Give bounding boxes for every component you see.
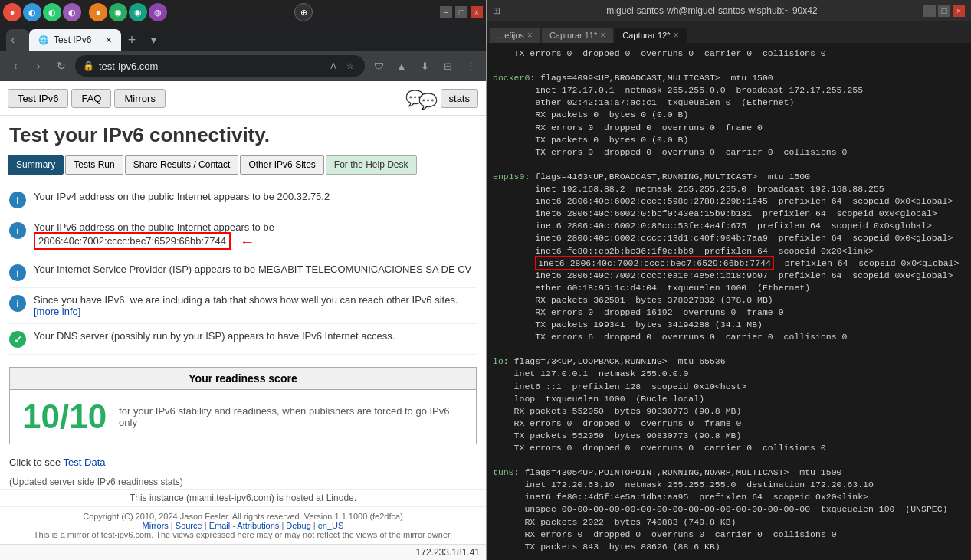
email-link[interactable]: Email [209, 521, 231, 530]
minimize-button[interactable]: − [440, 6, 452, 18]
info-icon-5: ✓ [9, 331, 26, 348]
taskbar-icon-gh[interactable]: ⊕ [294, 3, 313, 21]
reload-button[interactable]: ↻ [52, 57, 71, 75]
info-text-isp: Your Internet Service Provider (ISP) app… [34, 264, 471, 275]
translate-icon[interactable]: A [326, 59, 340, 73]
copyright-links: Mirrors | Source | Email - Attributions … [9, 521, 477, 530]
terminal-tab-capture11[interactable]: Capturar 11* × [542, 28, 613, 43]
readiness-header: Your readiness score [10, 368, 476, 390]
test-data-link[interactable]: Test Data [64, 457, 106, 468]
taskbar-icon-6[interactable]: ◉ [109, 3, 127, 21]
tab-summary[interactable]: Summary [8, 155, 64, 175]
terminal-window-controls: − □ × [923, 5, 965, 17]
taskbar-icon-4[interactable]: ◐ [63, 3, 81, 21]
terminal-titlebar: ⊞ miguel-santos-wh@miguel-santos-wisphub… [487, 0, 971, 21]
tab-grid-icon[interactable]: ⊞ [438, 57, 457, 75]
back-button[interactable]: ‹ [6, 57, 25, 75]
taskbar: ● ◐ ◐ ◐ ● ◉ ◉ ◍ ⊕ − □ × [0, 0, 486, 25]
debug-link[interactable]: Debug [286, 521, 310, 530]
nav-faq[interactable]: FAQ [71, 89, 111, 108]
info-section: i Your IPv4 address on the public Intern… [0, 178, 486, 361]
nav-mirrors[interactable]: Mirrors [114, 89, 165, 108]
terminal-maximize-button[interactable]: □ [938, 5, 950, 17]
taskbar-icon-2[interactable]: ◐ [23, 3, 41, 21]
attributions-link[interactable]: Attributions [237, 521, 279, 530]
copyright-text: Copyright (C) 2010, 2024 Jason Fesler. A… [9, 512, 477, 521]
tab-close-icon[interactable]: × [106, 34, 112, 46]
info-icon-3: i [9, 264, 26, 281]
url-display: test-ipv6.com [99, 61, 158, 72]
terminal-grid-icon: ⊞ [493, 5, 500, 16]
info-text-ipv6: Your IPv6 address on the public Internet… [34, 221, 274, 251]
stats-button[interactable]: stats [441, 89, 478, 108]
info-text-more: Since you have IPv6, we are including a … [34, 294, 477, 317]
extension-icon-2[interactable]: ▲ [392, 57, 411, 75]
terminal-panel: ⊞ miguel-santos-wh@miguel-santos-wisphub… [487, 0, 971, 560]
terminal-tabs: ...efijos × Capturar 11* × Capturar 12* … [487, 21, 971, 43]
readiness-section: Your readiness score 10/10 for your IPv6… [9, 367, 477, 444]
ipv6-address-highlight: 2806:40c:7002:cccc:bec7:6529:66bb:7744 [34, 232, 231, 250]
address-box[interactable]: 🔒 test-ipv6.com A ☆ [75, 55, 365, 77]
new-tab-button[interactable]: + [121, 29, 143, 51]
info-row-more: i Since you have IPv6, we are including … [9, 288, 477, 324]
terminal-tab-label-1: ...efijos [497, 31, 524, 40]
terminal-close-button[interactable]: × [953, 5, 965, 17]
bookmark-icon[interactable]: ☆ [343, 59, 357, 73]
taskbar-icon-8[interactable]: ◍ [149, 3, 167, 21]
nav-test-ipv6[interactable]: Test IPv6 [8, 89, 68, 108]
chat-icon[interactable]: 💬 💬 [405, 86, 438, 110]
info-row-dns: ✓ Your DNS server (possibly run by your … [9, 324, 477, 355]
ip-status-bar: 172.233.181.41 [0, 544, 486, 560]
info-text-ipv4: Your IPv4 address on the public Internet… [34, 191, 330, 202]
page-heading: Test your IPv6 connectivity. [0, 116, 486, 152]
extension-icon-1[interactable]: 🛡 [369, 57, 388, 75]
source-link[interactable]: Source [176, 521, 202, 530]
terminal-tab-close-1[interactable]: × [527, 30, 533, 41]
terminal-minimize-button[interactable]: − [923, 5, 936, 17]
taskbar-icon-1[interactable]: ● [3, 3, 21, 21]
terminal-title: miguel-santos-wh@miguel-santos-wisphub:~… [500, 5, 923, 16]
red-arrow-icon: ← [240, 233, 255, 251]
info-icon-2: i [9, 222, 26, 239]
maximize-button[interactable]: □ [455, 6, 467, 18]
terminal-tab-efijos[interactable]: ...efijos × [490, 28, 540, 43]
browser-panel: ● ◐ ◐ ◐ ● ◉ ◉ ◍ ⊕ − □ × ‹ 🌐 Test IPv6 × … [0, 0, 487, 560]
forward-button[interactable]: › [29, 57, 48, 75]
more-info-link[interactable]: [more info] [34, 306, 80, 317]
mirrors-link[interactable]: Mirrors [143, 521, 169, 530]
address-bar-row: ‹ › ↻ 🔒 test-ipv6.com A ☆ 🛡 ▲ ⬇ ⊞ ⋮ [0, 51, 486, 81]
footer-updated: (Updated server side IPv6 readiness stat… [0, 474, 486, 489]
terminal-line-1: TX errors 0 dropped 0 overruns 0 carrier… [493, 48, 959, 552]
terminal-tab-label-3: Capturar 12* [622, 31, 670, 40]
terminal-tab-close-2[interactable]: × [600, 30, 605, 41]
terminal-tab-close-3[interactable]: × [674, 30, 679, 41]
browser-tab-back: ‹ [6, 29, 29, 51]
tab-dropdown-button[interactable]: ▾ [143, 29, 164, 51]
terminal-output: TX errors 0 dropped 0 overruns 0 carrier… [487, 43, 971, 560]
readiness-description: for your IPv6 stability and readiness, w… [119, 405, 464, 428]
browser-tab-label: Test IPv6 [54, 34, 91, 45]
ip-address-display: 172.233.181.41 [416, 547, 480, 558]
language-selector[interactable]: en_US [318, 521, 344, 530]
browser-tab-1[interactable]: 🌐 Test IPv6 × [29, 29, 121, 51]
taskbar-icon-5[interactable]: ● [89, 3, 107, 21]
server-info: This instance (miami.test-ipv6.com) is h… [0, 489, 486, 506]
mirror-note: This is a mirror of test-ipv6.com. The v… [9, 530, 477, 539]
footer-click-text: Click to see [9, 457, 61, 468]
info-icon-4: i [9, 295, 26, 312]
taskbar-icon-3[interactable]: ◐ [43, 3, 61, 21]
readiness-body: 10/10 for your IPv6 stability and readin… [10, 390, 476, 444]
download-icon[interactable]: ⬇ [415, 57, 434, 75]
tab-share-results[interactable]: Share Results / Contact [125, 155, 239, 175]
info-row-ipv6: i Your IPv6 address on the public Intern… [9, 215, 477, 257]
taskbar-icon-7[interactable]: ◉ [129, 3, 147, 21]
tab-help-desk[interactable]: For the Help Desk [326, 155, 417, 175]
tab-other-ipv6[interactable]: Other IPv6 Sites [240, 155, 323, 175]
window-controls: − □ × [440, 6, 483, 18]
tab-tests-run[interactable]: Tests Run [65, 155, 123, 175]
close-button[interactable]: × [471, 6, 483, 18]
site-footer-info: Click to see Test Data [0, 450, 486, 474]
more-menu-icon[interactable]: ⋮ [461, 57, 480, 75]
terminal-tab-capture12[interactable]: Capturar 12* × [615, 28, 686, 43]
tab-bar: ‹ 🌐 Test IPv6 × + ▾ [0, 25, 486, 51]
